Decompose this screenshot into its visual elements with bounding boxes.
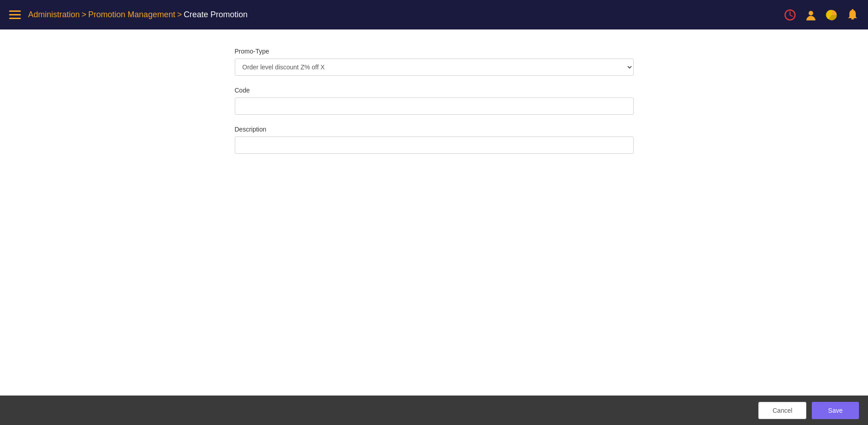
hamburger-menu[interactable] xyxy=(9,10,21,19)
svg-point-6 xyxy=(852,9,853,11)
main-content: Promo-Type Order level discount Z% off X… xyxy=(0,29,868,396)
breadcrumb: Administration > Promotion Management > … xyxy=(28,10,247,20)
code-label: Code xyxy=(235,87,634,94)
promo-type-label: Promo-Type xyxy=(235,48,634,55)
breadcrumb-admin[interactable]: Administration xyxy=(28,10,80,20)
code-group: Code xyxy=(235,87,634,115)
app-footer: Cancel Save xyxy=(0,396,868,425)
clock-icon[interactable] xyxy=(784,9,796,21)
code-input[interactable] xyxy=(235,98,634,115)
breadcrumb-create-promotion: Create Promotion xyxy=(184,10,247,20)
breadcrumb-promotion-management[interactable]: Promotion Management xyxy=(88,10,175,20)
description-input[interactable] xyxy=(235,137,634,154)
svg-rect-5 xyxy=(851,18,854,20)
cancel-button[interactable]: Cancel xyxy=(758,402,806,419)
promo-type-group: Promo-Type Order level discount Z% off X xyxy=(235,48,634,76)
app-header: Administration > Promotion Management > … xyxy=(0,0,868,29)
bell-icon[interactable] xyxy=(846,9,859,21)
description-label: Description xyxy=(235,126,634,133)
svg-point-3 xyxy=(809,11,813,15)
breadcrumb-separator-2: > xyxy=(177,10,182,20)
breadcrumb-separator-1: > xyxy=(82,10,87,20)
save-button[interactable]: Save xyxy=(812,402,859,419)
header-right xyxy=(784,9,859,21)
chart-icon[interactable] xyxy=(825,9,838,21)
promo-type-select[interactable]: Order level discount Z% off X xyxy=(235,59,634,76)
header-left: Administration > Promotion Management > … xyxy=(9,10,247,20)
description-group: Description xyxy=(235,126,634,154)
form-container: Promo-Type Order level discount Z% off X… xyxy=(226,48,643,165)
svg-line-2 xyxy=(790,15,792,16)
user-icon[interactable] xyxy=(805,9,817,21)
